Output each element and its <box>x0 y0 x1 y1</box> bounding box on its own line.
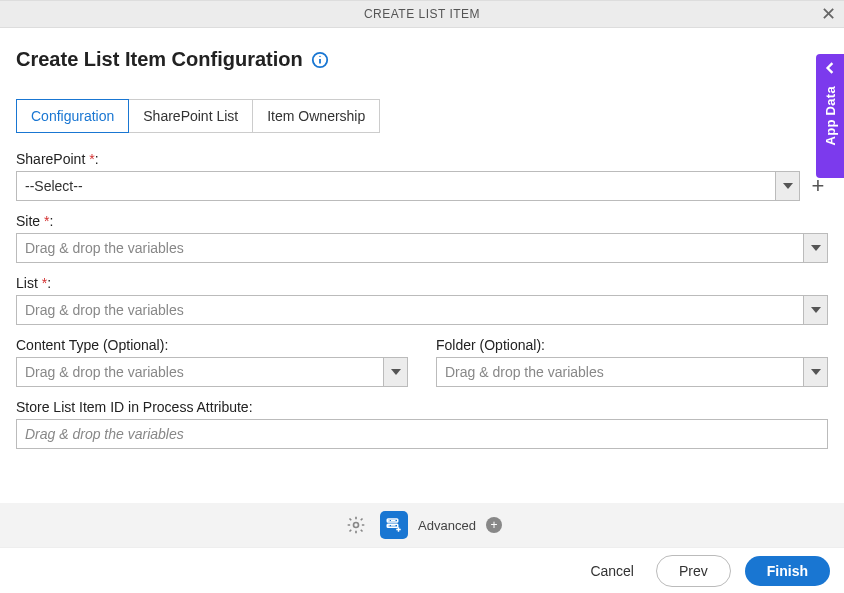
tab-configuration[interactable]: Configuration <box>16 99 129 133</box>
list-input[interactable]: Drag & drop the variables <box>16 295 828 325</box>
content-type-placeholder: Drag & drop the variables <box>17 364 383 380</box>
sharepoint-label: SharePoint *: <box>16 151 828 167</box>
advanced-label: Advanced <box>418 518 476 533</box>
site-label: Site *: <box>16 213 828 229</box>
label-colon: : <box>95 151 99 167</box>
svg-point-5 <box>388 520 389 521</box>
folder-label: Folder (Optional): <box>436 337 828 353</box>
gear-icon[interactable] <box>342 511 370 539</box>
info-icon[interactable] <box>311 51 329 69</box>
content-type-input[interactable]: Drag & drop the variables <box>16 357 408 387</box>
dialog-footer: Cancel Prev Finish <box>0 547 844 593</box>
site-input[interactable]: Drag & drop the variables <box>16 233 828 263</box>
field-site: Site *: Drag & drop the variables <box>16 213 828 263</box>
sharepoint-label-text: SharePoint <box>16 151 85 167</box>
chevron-down-icon[interactable] <box>803 234 827 262</box>
content-type-label: Content Type (Optional): <box>16 337 408 353</box>
form-builder-icon[interactable] <box>380 511 408 539</box>
list-placeholder: Drag & drop the variables <box>17 302 803 318</box>
toolbar-strip: Advanced + <box>0 503 844 547</box>
tab-bar: Configuration SharePoint List Item Owner… <box>16 99 828 133</box>
store-id-placeholder: Drag & drop the variables <box>17 426 827 442</box>
chevron-down-icon[interactable] <box>803 358 827 386</box>
store-id-input[interactable]: Drag & drop the variables <box>16 419 828 449</box>
prev-button[interactable]: Prev <box>656 555 731 587</box>
sharepoint-select[interactable]: --Select-- <box>16 171 800 201</box>
cancel-button[interactable]: Cancel <box>582 557 642 585</box>
chevron-left-icon <box>824 62 836 74</box>
field-list: List *: Drag & drop the variables <box>16 275 828 325</box>
dialog-header: CREATE LIST ITEM ✕ <box>0 0 844 28</box>
tab-item-ownership[interactable]: Item Ownership <box>253 99 380 133</box>
chevron-down-icon[interactable] <box>775 172 799 200</box>
field-store-id: Store List Item ID in Process Attribute:… <box>16 399 828 449</box>
svg-point-2 <box>319 55 320 56</box>
app-data-label: App Data <box>823 86 838 145</box>
folder-input[interactable]: Drag & drop the variables <box>436 357 828 387</box>
sharepoint-select-value: --Select-- <box>17 178 775 194</box>
page-title: Create List Item Configuration <box>16 48 303 71</box>
close-icon[interactable]: ✕ <box>821 5 836 23</box>
list-label: List *: <box>16 275 828 291</box>
dialog-title: CREATE LIST ITEM <box>364 7 480 21</box>
finish-button[interactable]: Finish <box>745 556 830 586</box>
add-sharepoint-button[interactable]: + <box>808 176 828 196</box>
store-id-label: Store List Item ID in Process Attribute: <box>16 399 828 415</box>
field-sharepoint: SharePoint *: --Select-- + <box>16 151 828 201</box>
app-data-panel-toggle[interactable]: App Data <box>816 54 844 178</box>
site-label-text: Site <box>16 213 40 229</box>
chevron-down-icon[interactable] <box>803 296 827 324</box>
dialog-body: Create List Item Configuration Configura… <box>0 28 844 449</box>
svg-point-3 <box>354 523 359 528</box>
advanced-expand-button[interactable]: + <box>486 517 502 533</box>
label-colon: : <box>47 275 51 291</box>
site-placeholder: Drag & drop the variables <box>17 240 803 256</box>
field-folder: Folder (Optional): Drag & drop the varia… <box>436 337 828 387</box>
tab-sharepoint-list[interactable]: SharePoint List <box>129 99 253 133</box>
label-colon: : <box>49 213 53 229</box>
chevron-down-icon[interactable] <box>383 358 407 386</box>
folder-placeholder: Drag & drop the variables <box>437 364 803 380</box>
list-label-text: List <box>16 275 38 291</box>
svg-point-8 <box>388 525 389 526</box>
field-content-type: Content Type (Optional): Drag & drop the… <box>16 337 408 387</box>
